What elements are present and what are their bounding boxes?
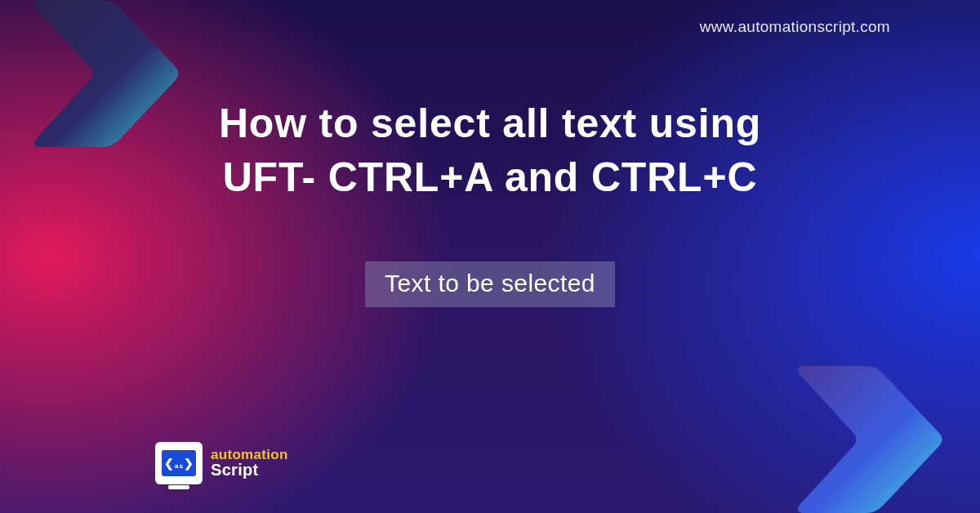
angle-right-icon: ❯ (184, 457, 194, 470)
logo-badge-s: s (180, 462, 183, 470)
logo-word-script: Script (211, 462, 288, 479)
page-title: How to select all text using UFT- CTRL+A… (0, 96, 980, 204)
angle-left-icon: ❮ (164, 457, 174, 470)
selected-text-label: Text to be selected (385, 270, 595, 297)
selected-text-box: Text to be selected (365, 261, 615, 307)
logo-text: automation Script (211, 448, 288, 480)
chevron-right-icon (788, 341, 951, 513)
logo-monitor-icon: ❮ a s ❯ (155, 442, 203, 484)
logo-word-automation: automation (211, 448, 288, 462)
brand-logo: ❮ a s ❯ automation Script (155, 442, 288, 484)
headline-line-1: How to select all text using (219, 100, 761, 146)
logo-badge-a: a (175, 462, 178, 470)
website-url: www.automationscript.com (700, 18, 890, 36)
logo-code-badge: ❮ a s ❯ (162, 450, 196, 476)
headline-line-2: UFT- CTRL+A and CTRL+C (223, 154, 758, 200)
